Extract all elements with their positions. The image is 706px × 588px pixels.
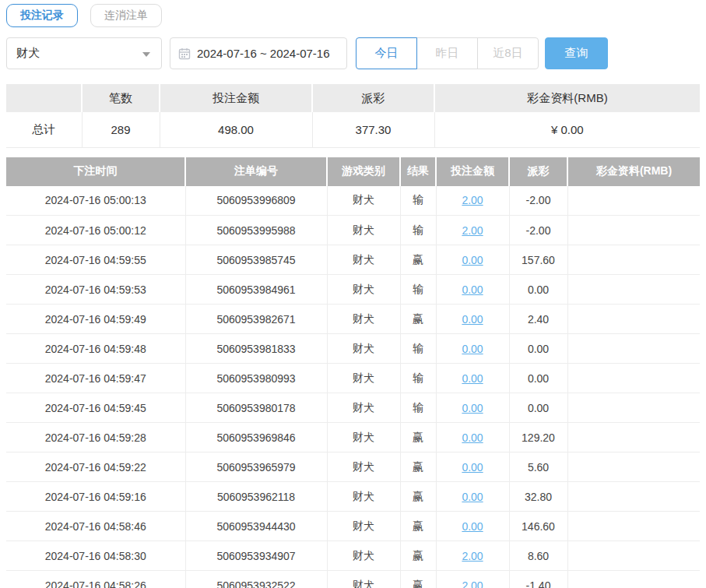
game-type: 财犬 [327, 245, 400, 275]
order-id: 5060953980993 [185, 364, 327, 393]
game-type: 财犬 [327, 571, 400, 588]
bet-amount-link[interactable]: 0.00 [462, 372, 483, 385]
result: 输 [400, 334, 436, 364]
order-id: 5060953982671 [185, 305, 327, 334]
bonus [567, 571, 700, 588]
order-id: 5060953984961 [185, 275, 327, 305]
table-row: 2024-07-16 04:58:46 5060953944430 财犬 赢 0… [6, 512, 700, 541]
result: 输 [400, 186, 436, 216]
bonus [567, 275, 700, 305]
bet-amount-link[interactable]: 2.00 [462, 194, 483, 206]
top-tabs: 投注记录 连消注单 [0, 0, 706, 27]
table-row: 2024-07-16 04:58:30 5060953934907 财犬 赢 2… [6, 541, 700, 571]
bet-amount-link[interactable]: 0.00 [462, 343, 483, 355]
tab-betting-records[interactable]: 投注记录 [6, 4, 78, 27]
last-8-days-button[interactable]: 近8日 [477, 37, 539, 69]
bet-amount-link[interactable]: 0.00 [462, 431, 483, 444]
summary-header-count: 笔数 [82, 84, 160, 112]
header-order-id: 注单编号 [185, 157, 327, 186]
bonus [567, 541, 700, 571]
bet-time: 2024-07-16 04:59:48 [6, 334, 185, 364]
bet-amount-link[interactable]: 0.00 [462, 520, 483, 533]
bet-time: 2024-07-16 05:00:13 [6, 186, 185, 216]
bet-amount-link[interactable]: 2.00 [462, 579, 483, 588]
header-bonus: 彩金资料(RMB) [567, 157, 700, 186]
header-payout: 派彩 [509, 157, 567, 186]
today-button[interactable]: 今日 [356, 37, 417, 69]
table-row: 2024-07-16 04:59:49 5060953982671 财犬 赢 0… [6, 305, 700, 334]
bet-amount-link[interactable]: 2.00 [462, 550, 483, 562]
bet-amount-link[interactable]: 0.00 [462, 491, 483, 503]
bonus [567, 512, 700, 541]
bet-time: 2024-07-16 04:59:22 [6, 452, 185, 482]
table-row: 2024-07-16 04:59:48 5060953981833 财犬 输 0… [6, 334, 700, 364]
summary-header-bonus: 彩金资料(RMB) [434, 84, 700, 112]
game-type: 财犬 [327, 275, 400, 305]
calendar-icon [178, 48, 191, 60]
yesterday-button[interactable]: 昨日 [416, 37, 478, 69]
game-type: 财犬 [327, 305, 400, 334]
chevron-down-icon [142, 52, 150, 57]
result: 赢 [400, 245, 436, 275]
tab-cancelled-orders[interactable]: 连消注单 [90, 4, 162, 27]
order-id: 5060953965979 [185, 452, 327, 482]
game-select[interactable]: 财犬 [6, 37, 162, 69]
order-id: 5060953980178 [185, 393, 327, 423]
bet-amount-link[interactable]: 0.00 [462, 461, 483, 474]
query-button[interactable]: 查询 [545, 37, 608, 69]
bet-amount-link[interactable]: 0.00 [462, 254, 483, 266]
records-header-row: 下注时间 注单编号 游戏类别 结果 投注金额 派彩 彩金资料(RMB) [6, 157, 700, 186]
filter-bar: 财犬 2024-07-16 ~ 2024-07-16 今 [6, 37, 706, 69]
payout: 157.60 [509, 245, 567, 275]
order-id: 5060953995988 [185, 216, 327, 245]
bonus [567, 305, 700, 334]
payout: 0.00 [509, 364, 567, 393]
bet-time: 2024-07-16 04:58:26 [6, 571, 185, 588]
payout: 129.20 [509, 423, 567, 452]
quick-date-buttons: 今日 昨日 近8日 [356, 37, 539, 69]
bet-time: 2024-07-16 04:59:47 [6, 364, 185, 393]
bet-amount-link[interactable]: 0.00 [462, 313, 483, 326]
bonus [567, 186, 700, 216]
bonus [567, 393, 700, 423]
result: 赢 [400, 571, 436, 588]
bet-amount-link[interactable]: 0.00 [462, 402, 483, 414]
summary-total-row: 总计 289 498.00 377.30 ¥ 0.00 [6, 112, 700, 147]
date-range-value: 2024-07-16 ~ 2024-07-16 [197, 47, 330, 60]
bet-amount-link[interactable]: 0.00 [462, 283, 483, 296]
order-id: 5060953985745 [185, 245, 327, 275]
game-type: 财犬 [327, 541, 400, 571]
payout: 0.00 [509, 334, 567, 364]
game-type: 财犬 [327, 452, 400, 482]
header-bet-amount: 投注金额 [436, 157, 509, 186]
result: 输 [400, 393, 436, 423]
order-id: 5060953934907 [185, 541, 327, 571]
summary-header-bet-amount: 投注金额 [160, 84, 312, 112]
game-type: 财犬 [327, 216, 400, 245]
header-game-type: 游戏类别 [327, 157, 400, 186]
result: 赢 [400, 541, 436, 571]
records-table: 下注时间 注单编号 游戏类别 结果 投注金额 派彩 彩金资料(RMB) 2024… [6, 157, 700, 588]
bonus [567, 245, 700, 275]
game-type: 财犬 [327, 334, 400, 364]
payout: 146.60 [509, 512, 567, 541]
table-row: 2024-07-16 04:59:28 5060953969846 财犬 赢 0… [6, 423, 700, 452]
result: 赢 [400, 305, 436, 334]
order-id: 5060953944430 [185, 512, 327, 541]
table-row: 2024-07-16 05:00:13 5060953996809 财犬 输 2… [6, 186, 700, 216]
game-type: 财犬 [327, 423, 400, 452]
table-row: 2024-07-16 05:00:12 5060953995988 财犬 输 2… [6, 216, 700, 245]
game-type: 财犬 [327, 512, 400, 541]
table-row: 2024-07-16 04:59:22 5060953965979 财犬 赢 0… [6, 452, 700, 482]
order-id: 5060953981833 [185, 334, 327, 364]
bet-amount-link[interactable]: 2.00 [462, 224, 483, 237]
order-id: 5060953969846 [185, 423, 327, 452]
total-count: 289 [82, 112, 160, 147]
bet-time: 2024-07-16 05:00:12 [6, 216, 185, 245]
payout: 0.00 [509, 275, 567, 305]
bet-time: 2024-07-16 04:58:46 [6, 512, 185, 541]
date-range-picker[interactable]: 2024-07-16 ~ 2024-07-16 [170, 37, 347, 69]
order-id: 5060953962118 [185, 482, 327, 512]
payout: -2.00 [509, 216, 567, 245]
bet-time: 2024-07-16 04:59:16 [6, 482, 185, 512]
